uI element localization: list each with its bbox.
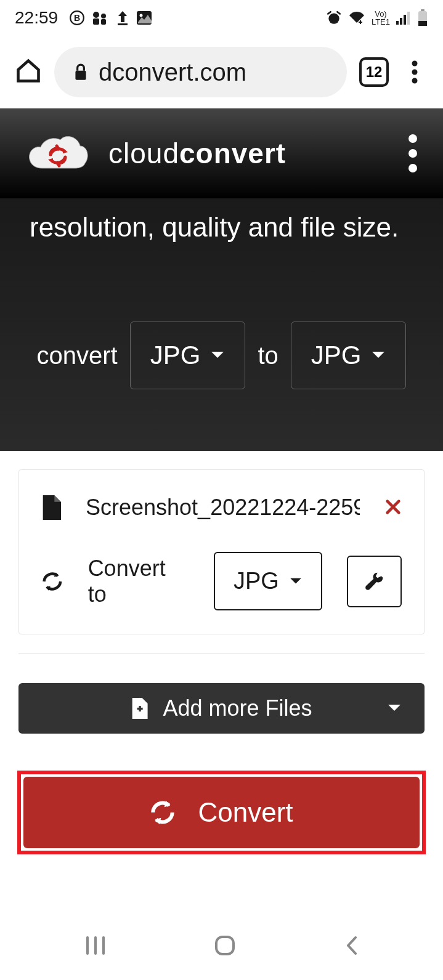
svg-rect-23 xyxy=(139,706,141,711)
file-icon xyxy=(41,495,61,520)
svg-point-2 xyxy=(93,12,99,18)
svg-point-20 xyxy=(412,70,418,75)
app-header: cloudconvert xyxy=(0,108,443,198)
svg-rect-17 xyxy=(418,24,427,26)
home-button[interactable] xyxy=(15,57,42,87)
to-label: to xyxy=(258,342,278,370)
upload-icon xyxy=(116,10,129,26)
teams-icon xyxy=(91,10,110,26)
cloudconvert-logo[interactable] xyxy=(26,132,90,174)
chevron-down-icon xyxy=(210,350,225,360)
wrench-icon xyxy=(364,571,384,592)
to-format-select[interactable]: JPG xyxy=(291,322,407,389)
svg-point-19 xyxy=(412,61,418,67)
browser-menu-button[interactable] xyxy=(401,59,428,86)
file-card: Screenshot_20221224-225932_... Convert t… xyxy=(18,469,425,634)
status-time: 22:59 xyxy=(15,8,58,28)
add-more-files-button[interactable]: Add more Files xyxy=(18,683,425,734)
to-format-text: JPG xyxy=(311,341,362,370)
status-left: 22:59 B xyxy=(15,8,153,28)
format-selector-row: convert JPG to JPG xyxy=(30,322,413,389)
chevron-down-icon xyxy=(371,350,386,360)
chevron-down-icon xyxy=(289,577,303,586)
app-menu-button[interactable] xyxy=(408,134,417,172)
svg-rect-18 xyxy=(75,71,86,80)
convert-button[interactable]: Convert xyxy=(23,777,420,848)
svg-rect-5 xyxy=(101,19,106,25)
brand-text: cloudconvert xyxy=(108,137,286,170)
brand-bold: convert xyxy=(179,137,286,169)
svg-rect-14 xyxy=(421,9,425,11)
refresh-icon xyxy=(150,800,176,825)
target-format-text: JPG xyxy=(234,568,279,594)
home-button-nav[interactable] xyxy=(213,934,237,960)
svg-rect-6 xyxy=(118,23,128,25)
add-file-icon xyxy=(131,698,148,719)
svg-rect-11 xyxy=(400,18,402,25)
alarm-icon xyxy=(326,10,342,26)
brand-light: cloud xyxy=(108,137,179,169)
status-right: Vo)LTE1 xyxy=(326,9,428,26)
gallery-icon xyxy=(136,10,153,26)
convert-button-text: Convert xyxy=(198,797,293,828)
svg-point-3 xyxy=(101,14,106,18)
svg-point-8 xyxy=(140,14,143,17)
svg-rect-13 xyxy=(407,12,410,25)
divider xyxy=(18,653,425,654)
back-button-nav[interactable] xyxy=(343,934,359,960)
close-icon xyxy=(384,498,402,516)
from-format-text: JPG xyxy=(150,341,201,370)
convert-to-row: Convert to JPG xyxy=(41,552,402,610)
convert-button-highlight: Convert xyxy=(17,771,426,854)
back-icon xyxy=(343,934,359,957)
url-text: dconvert.com xyxy=(99,59,246,86)
svg-rect-27 xyxy=(216,937,234,954)
remove-file-button[interactable] xyxy=(384,493,402,521)
url-bar[interactable]: dconvert.com xyxy=(54,47,347,97)
svg-rect-4 xyxy=(93,18,99,25)
settings-button[interactable] xyxy=(347,556,402,607)
recents-icon xyxy=(84,934,107,957)
svg-rect-12 xyxy=(404,15,406,25)
home-icon xyxy=(15,57,42,84)
target-format-select[interactable]: JPG xyxy=(214,552,322,610)
svg-text:B: B xyxy=(74,13,80,23)
wifi-icon xyxy=(348,10,365,25)
tab-count-button[interactable]: 12 xyxy=(359,57,389,87)
battery-icon xyxy=(417,9,428,26)
recents-button[interactable] xyxy=(84,934,107,960)
hero-section: resolution, quality and file size. conve… xyxy=(0,198,443,451)
home-nav-icon xyxy=(213,934,237,957)
file-name: Screenshot_20221224-225932_... xyxy=(86,495,360,520)
svg-point-9 xyxy=(328,13,339,23)
volte-icon: Vo)LTE1 xyxy=(372,10,390,26)
file-row: Screenshot_20221224-225932_... xyxy=(41,493,402,521)
convert-to-label: Convert to xyxy=(88,556,189,607)
status-bar: 22:59 B Vo)LTE1 xyxy=(0,0,443,36)
navigation-bar xyxy=(0,913,443,980)
browser-bar: dconvert.com 12 xyxy=(0,36,443,108)
tab-count-value: 12 xyxy=(366,63,383,81)
from-format-select[interactable]: JPG xyxy=(130,322,246,389)
convert-label: convert xyxy=(37,342,118,370)
lock-icon xyxy=(73,63,89,81)
refresh-icon xyxy=(41,570,63,593)
description-text: resolution, quality and file size. xyxy=(30,198,413,248)
signal-icon xyxy=(396,11,411,25)
svg-rect-10 xyxy=(396,21,399,25)
chevron-down-icon xyxy=(386,703,402,713)
circle-b-icon: B xyxy=(69,10,85,26)
svg-point-21 xyxy=(412,78,418,84)
add-more-text: Add more Files xyxy=(163,695,312,721)
